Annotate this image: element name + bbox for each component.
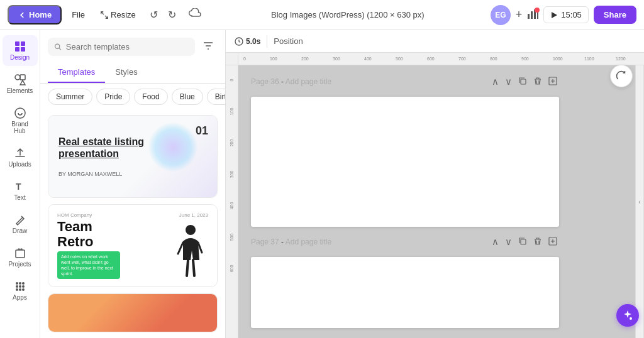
template-card-team-retro[interactable]: HOM Company TeamRetro Add notes on what … xyxy=(48,204,218,287)
position-label: Position xyxy=(274,36,303,46)
share-button[interactable]: Share xyxy=(594,6,636,24)
sidebar-item-projects[interactable]: Projects xyxy=(3,242,38,273)
play-icon xyxy=(550,11,558,19)
template-card-real-estate[interactable]: Real estate listing presentation BY MORG… xyxy=(48,115,218,198)
re-subtitle: BY MORGAN MAXWELL xyxy=(58,171,207,177)
tab-styles[interactable]: Styles xyxy=(105,62,147,83)
chip-birthday[interactable]: Birthd… xyxy=(207,89,225,105)
sidebar-item-uploads[interactable]: Uploads xyxy=(3,142,38,173)
toolbar-separator xyxy=(267,35,267,48)
chevron-left-icon xyxy=(18,11,26,19)
tab-templates[interactable]: Templates xyxy=(48,62,105,83)
svg-rect-27 xyxy=(521,79,526,84)
svg-rect-7 xyxy=(15,47,19,52)
scroll-body: 0 100 200 300 400 500 600 Page 36 - Add … xyxy=(226,65,644,338)
resize-button[interactable]: Resize xyxy=(95,10,141,19)
user-avatar[interactable]: EG xyxy=(491,5,511,25)
ruler-corner xyxy=(226,53,238,65)
copy-icon-37 xyxy=(518,237,527,246)
page-37-canvas[interactable] xyxy=(251,257,559,328)
tr-company: HOM Company xyxy=(57,212,167,218)
add-page-icon-37 xyxy=(548,237,557,246)
page-36-add-button[interactable] xyxy=(547,76,559,88)
svg-rect-0 xyxy=(528,14,530,19)
page-36-canvas[interactable] xyxy=(251,97,559,227)
undo-button[interactable]: ↺ xyxy=(146,6,162,23)
resize-icon xyxy=(100,11,109,19)
home-label: Home xyxy=(29,10,52,19)
ruler-mark-1000: 1000 xyxy=(553,57,563,61)
svg-rect-6 xyxy=(21,41,25,46)
page-37-delete-button[interactable] xyxy=(531,236,544,248)
page-37-down-button[interactable]: ∨ xyxy=(503,236,514,248)
tr-badge: Add notes on what work went well, what d… xyxy=(57,251,120,279)
sidebar-item-draw[interactable]: Draw xyxy=(3,209,38,239)
page-36-copy-button[interactable] xyxy=(516,76,529,88)
ruler-mark-v-200: 200 xyxy=(230,139,234,147)
ruler-mark-v-600: 600 xyxy=(230,265,234,273)
svg-marker-4 xyxy=(552,12,557,18)
svg-rect-5 xyxy=(15,41,19,46)
icon-sidebar: Design Elements Brand Hub Uploads xyxy=(0,30,40,338)
person-illustration xyxy=(177,222,205,279)
page-37-up-button[interactable]: ∧ xyxy=(490,236,501,248)
add-collaborator-button[interactable]: + xyxy=(516,8,523,21)
chip-summer[interactable]: Summer xyxy=(48,89,92,105)
category-chips: Summer Pride Food Blue Birthd… › xyxy=(40,84,225,110)
cloud-sync-button[interactable] xyxy=(185,6,205,24)
page-37-add-button[interactable] xyxy=(547,236,559,248)
sidebar-label-projects: Projects xyxy=(8,261,31,268)
sidebar-item-brand[interactable]: Brand Hub xyxy=(3,102,38,139)
sidebar-label-text: Text xyxy=(14,194,25,201)
refresh-icon xyxy=(616,70,627,82)
filter-button[interactable] xyxy=(199,36,218,57)
home-button[interactable]: Home xyxy=(8,5,62,25)
re-number: 01 xyxy=(196,124,208,138)
ruler-mark-500: 500 xyxy=(396,57,403,61)
trash-icon-37 xyxy=(533,237,542,246)
svg-point-23 xyxy=(22,288,25,291)
search-box xyxy=(48,38,195,56)
page-36-delete-button[interactable] xyxy=(531,76,544,88)
analytics-button[interactable] xyxy=(527,9,538,21)
search-input[interactable] xyxy=(66,42,189,52)
page-37-copy-button[interactable] xyxy=(516,236,529,248)
panel-collapse-handle[interactable]: ‹ xyxy=(635,65,644,338)
redo-button[interactable]: ↻ xyxy=(164,6,180,23)
page-37-label: Page 37 - Add page title xyxy=(251,237,331,246)
sidebar-item-apps[interactable]: Apps xyxy=(3,275,38,306)
sidebar-label-uploads: Uploads xyxy=(8,161,31,168)
tr-title: TeamRetro xyxy=(57,219,167,249)
sidebar-label-apps: Apps xyxy=(13,294,27,301)
template-card-3[interactable] xyxy=(48,293,218,332)
svg-rect-8 xyxy=(21,47,25,52)
sidebar-label-brand: Brand Hub xyxy=(6,121,34,134)
chip-blue[interactable]: Blue xyxy=(172,89,203,105)
refresh-button[interactable] xyxy=(610,65,633,87)
templates-list: Real estate listing presentation BY MORG… xyxy=(40,110,225,338)
sidebar-item-design[interactable]: Design xyxy=(3,35,38,66)
sidebar-label-draw: Draw xyxy=(13,227,27,234)
svg-point-19 xyxy=(19,285,21,288)
filter-icon xyxy=(203,40,214,52)
svg-point-22 xyxy=(19,288,21,291)
page-37-title-row: Page 37 - Add page title xyxy=(251,237,331,246)
page-36-up-button[interactable]: ∧ xyxy=(490,75,501,88)
chip-food[interactable]: Food xyxy=(134,89,167,105)
present-button[interactable]: 15:05 xyxy=(543,6,589,23)
sidebar-item-elements[interactable]: Elements xyxy=(3,68,38,99)
ruler-mark-600: 600 xyxy=(427,57,435,61)
canvas-wrapper: 5.0s Position 0 100 200 300 400 500 600 … xyxy=(226,30,644,338)
time-value: 5.0s xyxy=(246,37,260,46)
chip-pride[interactable]: Pride xyxy=(96,89,130,105)
file-menu[interactable]: File xyxy=(67,10,90,19)
sidebar-item-text[interactable]: T Text xyxy=(3,175,38,206)
add-page-icon xyxy=(548,77,557,85)
blob-decoration xyxy=(148,122,198,172)
elements-icon xyxy=(14,74,26,86)
page-37-controls: ∧ ∨ xyxy=(490,236,559,248)
ruler-horizontal-row: 0 100 200 300 400 500 600 700 800 900 10… xyxy=(226,53,644,65)
magic-button[interactable] xyxy=(616,304,639,327)
topbar-right: EG + 15:05 Share xyxy=(491,5,636,25)
page-36-down-button[interactable]: ∨ xyxy=(503,75,514,88)
